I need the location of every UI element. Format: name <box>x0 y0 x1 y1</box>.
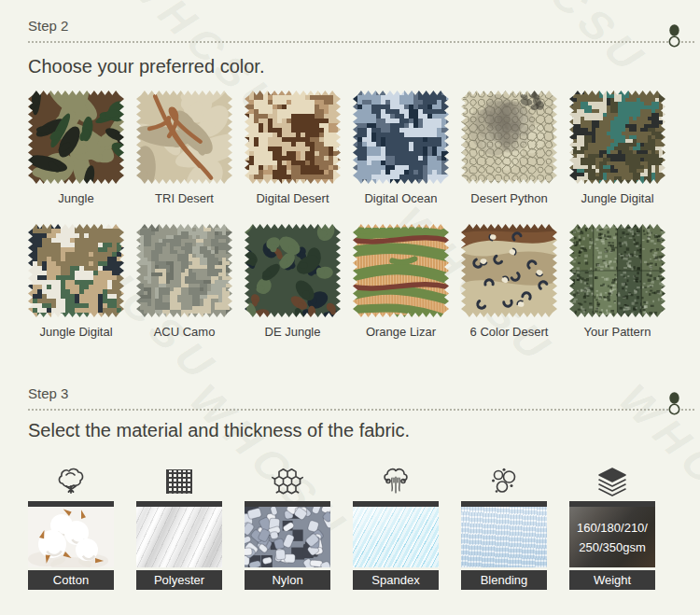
material-card-nylon[interactable]: Nylon <box>245 466 330 590</box>
swatch-label: ACU Camo <box>136 325 232 340</box>
fabric-swatch-jungle[interactable]: Jungle <box>28 91 124 206</box>
material-label: Polyester <box>136 570 222 590</box>
woven-fabric-icon <box>136 466 222 497</box>
material-card-cotton[interactable]: Cotton <box>28 466 114 590</box>
material-label: Cotton <box>28 570 114 590</box>
material-row: Cotton Polyester Nylon <box>28 466 672 590</box>
swatch-label: Jungle Digital <box>28 325 124 340</box>
fabric-swatch-de-jungle[interactable]: DE Jungle <box>245 224 341 340</box>
step3-label: Step 3 <box>28 385 68 401</box>
camo-swatch-image <box>461 91 557 184</box>
fabric-swatch-your-pattern[interactable]: Your Pattern <box>569 224 665 340</box>
camo-swatch-image <box>569 224 665 317</box>
material-label: Blending <box>461 570 547 590</box>
step3-heading: Select the material and thickness of the… <box>28 420 672 441</box>
weight-range-line1: 160/180/210/ <box>577 518 648 538</box>
swatch-label: Orange Lizar <box>353 325 449 340</box>
swatch-label: Your Pattern <box>569 325 665 340</box>
swatch-label: TRI Desert <box>136 191 232 206</box>
step-pin-icon <box>667 24 681 49</box>
camo-swatch-image <box>461 224 557 317</box>
stacked-layers-icon <box>569 466 655 497</box>
cotton-boll-icon <box>28 466 114 497</box>
fabric-swatch-acu-camo[interactable]: ACU Camo <box>136 224 232 340</box>
material-label: Weight <box>569 570 655 590</box>
swatch-row-1: Jungle TRI Desert Digital Desert Digital… <box>28 91 672 206</box>
swatch-label: Digital Ocean <box>353 191 449 206</box>
swatch-label: Digital Desert <box>245 191 341 206</box>
weight-range-line2: 250/350gsm <box>579 538 646 557</box>
material-card-polyester[interactable]: Polyester <box>136 466 222 590</box>
material-label: Nylon <box>245 570 330 590</box>
weight-photo: 160/180/210/ 250/350gsm <box>569 507 655 567</box>
fabric-swatch-digital-ocean[interactable]: Digital Ocean <box>353 91 449 206</box>
material-label: Spandex <box>353 570 439 590</box>
step3-header: Step 3 <box>28 383 694 411</box>
camo-swatch-image <box>136 224 232 317</box>
camo-swatch-image <box>245 91 341 184</box>
camo-swatch-image <box>28 91 124 184</box>
material-card-spandex[interactable]: Spandex <box>353 466 439 590</box>
swatch-row-2: Jungle Digital ACU Camo DE Jungle Orange… <box>28 224 672 340</box>
material-card-blending[interactable]: Blending <box>461 466 547 590</box>
camo-swatch-image <box>353 224 449 317</box>
polymer-hexagon-icon <box>245 466 330 497</box>
material-card-weight[interactable]: 160/180/210/ 250/350gsm Weight <box>569 466 655 590</box>
polyester-photo <box>136 507 222 567</box>
fabric-swatch-orange-lizar[interactable]: Orange Lizar <box>353 224 449 340</box>
blending-photo <box>461 507 547 567</box>
fabric-swatch-jungle-digital-2[interactable]: Jungle Digital <box>28 224 124 340</box>
camo-swatch-image <box>28 224 124 317</box>
swatch-label: DE Jungle <box>245 325 341 340</box>
fabric-swatch-jungle-digital[interactable]: Jungle Digital <box>569 91 665 206</box>
step2-heading: Choose your preferred color. <box>28 56 672 77</box>
fabric-swatch-desert-python[interactable]: Desert Python <box>461 91 557 206</box>
camo-swatch-image <box>245 224 341 317</box>
nylon-photo <box>245 507 330 567</box>
fabric-swatch-digital-desert[interactable]: Digital Desert <box>245 91 341 206</box>
stretch-fiber-icon <box>353 466 439 497</box>
fabric-swatch-tri-desert[interactable]: TRI Desert <box>136 91 232 206</box>
spandex-photo <box>353 507 439 567</box>
camo-swatch-image <box>136 91 232 184</box>
product-customization-page: WHCSU WHCSU WHCSU WHCSU WHCSU WHCSU Step… <box>0 0 700 615</box>
swatch-label: Jungle Digital <box>569 191 665 206</box>
step-pin-icon <box>667 392 681 416</box>
camo-swatch-image <box>353 91 449 184</box>
fabric-swatch-6-color-desert[interactable]: 6 Color Desert <box>461 224 557 340</box>
fiber-blend-bubbles-icon <box>461 466 547 497</box>
cotton-photo <box>28 507 114 567</box>
camo-swatch-image <box>569 91 665 184</box>
step2-label: Step 2 <box>28 18 68 34</box>
swatch-label: Desert Python <box>461 191 557 206</box>
step2-header: Step 2 <box>28 15 694 43</box>
swatch-label: 6 Color Desert <box>461 325 557 340</box>
swatch-label: Jungle <box>28 191 124 206</box>
